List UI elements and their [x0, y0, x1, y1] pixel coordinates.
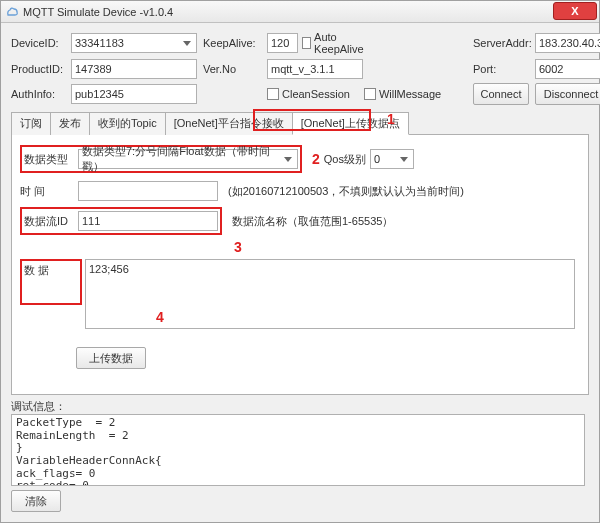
header-row-2: ProductID: 147389 Ver.No mqtt_v_3.1.1 Po…: [11, 59, 589, 79]
annotation-box-2: 数据类型 数据类型7:分号间隔Float数据（带时间戳）: [20, 145, 302, 173]
annotation-box-3: 数据流ID 111: [20, 207, 222, 235]
time-row: 时 间 (如20160712100503，不填则默认认为当前时间): [20, 181, 580, 201]
tab-bar: 订阅 发布 收到的Topic [OneNet]平台指令接收 [OneNet]上传…: [11, 111, 589, 135]
checkbox-icon: [364, 88, 376, 100]
annotation-3: 3: [234, 239, 242, 255]
verno-input[interactable]: mqtt_v_3.1.1: [267, 59, 363, 79]
serveraddr-label: ServerAddr:: [473, 37, 531, 49]
upload-button[interactable]: 上传数据: [76, 347, 146, 369]
keepalive-label: KeepAlive:: [203, 37, 263, 49]
serveraddr-input[interactable]: 183.230.40.39: [535, 33, 600, 53]
time-hint: (如20160712100503，不填则默认认为当前时间): [228, 184, 464, 199]
annotation-2: 2: [312, 151, 320, 167]
app-window: MQTT Simulate Device -v1.0.4 X DeviceID:…: [0, 0, 600, 523]
port-input[interactable]: 6002: [535, 59, 600, 79]
window-title: MQTT Simulate Device -v1.0.4: [23, 6, 595, 18]
tab-onenet-cmd[interactable]: [OneNet]平台指令接收: [165, 112, 293, 135]
data-row: 数 据: [20, 259, 580, 329]
annotation-4: 4: [156, 309, 164, 325]
cleansession-check[interactable]: CleanSession: [267, 88, 350, 100]
checkbox-icon: [267, 88, 279, 100]
port-label: Port:: [473, 63, 531, 75]
tab-subscribe[interactable]: 订阅: [11, 112, 51, 135]
tab-panel: 数据类型 数据类型7:分号间隔Float数据（带时间戳） 2 Qos级别 0 时…: [11, 135, 589, 395]
streamid-hint: 数据流名称（取值范围1-65535）: [232, 214, 393, 229]
close-button[interactable]: X: [553, 2, 597, 20]
debug-label: 调试信息：: [11, 399, 589, 414]
datatype-row: 数据类型 数据类型7:分号间隔Float数据（带时间戳） 2 Qos级别 0: [20, 145, 580, 173]
tab-publish[interactable]: 发布: [50, 112, 90, 135]
header-row-1: DeviceID: 33341183 KeepAlive: 120 Auto K…: [11, 31, 589, 55]
header-row-3: AuthInfo: pub12345 CleanSession WillMess…: [11, 83, 589, 105]
qos-label: Qos级别: [324, 152, 366, 167]
streamid-label: 数据流ID: [24, 214, 78, 229]
annotation-box-4: 数 据: [20, 259, 82, 305]
streamid-row: 数据流ID 111 数据流名称（取值范围1-65535）: [20, 207, 580, 235]
productid-input[interactable]: 147389: [71, 59, 197, 79]
titlebar: MQTT Simulate Device -v1.0.4 X: [1, 1, 599, 23]
annotation-1: 1: [387, 111, 395, 127]
datatype-label: 数据类型: [24, 152, 78, 167]
data-label: 数 据: [24, 263, 78, 278]
productid-label: ProductID:: [11, 63, 65, 75]
time-input[interactable]: [78, 181, 218, 201]
authinfo-input[interactable]: pub12345: [71, 84, 197, 104]
checkbox-icon: [302, 37, 311, 49]
datatype-combo[interactable]: 数据类型7:分号间隔Float数据（带时间戳）: [78, 149, 298, 169]
app-icon: [5, 5, 19, 19]
keepalive-input[interactable]: 120: [267, 33, 298, 53]
autokeep-check[interactable]: Auto KeepAlive: [302, 31, 367, 55]
deviceid-combo[interactable]: 33341183: [71, 33, 197, 53]
connect-button[interactable]: Connect: [473, 83, 529, 105]
tab-received-topic[interactable]: 收到的Topic: [89, 112, 166, 135]
deviceid-label: DeviceID:: [11, 37, 65, 49]
content-area: DeviceID: 33341183 KeepAlive: 120 Auto K…: [1, 23, 599, 523]
authinfo-label: AuthInfo:: [11, 88, 65, 100]
time-label: 时 间: [20, 184, 74, 199]
clear-button[interactable]: 清除: [11, 490, 61, 512]
streamid-input[interactable]: 111: [78, 211, 218, 231]
willmessage-check[interactable]: WillMessage: [364, 88, 441, 100]
disconnect-button[interactable]: Disconnect: [535, 83, 600, 105]
upload-row: 上传数据: [76, 347, 580, 369]
debug-output: PacketType = 2 RemainLength = 2 } Variab…: [11, 414, 585, 486]
qos-combo[interactable]: 0: [370, 149, 414, 169]
verno-label: Ver.No: [203, 63, 263, 75]
